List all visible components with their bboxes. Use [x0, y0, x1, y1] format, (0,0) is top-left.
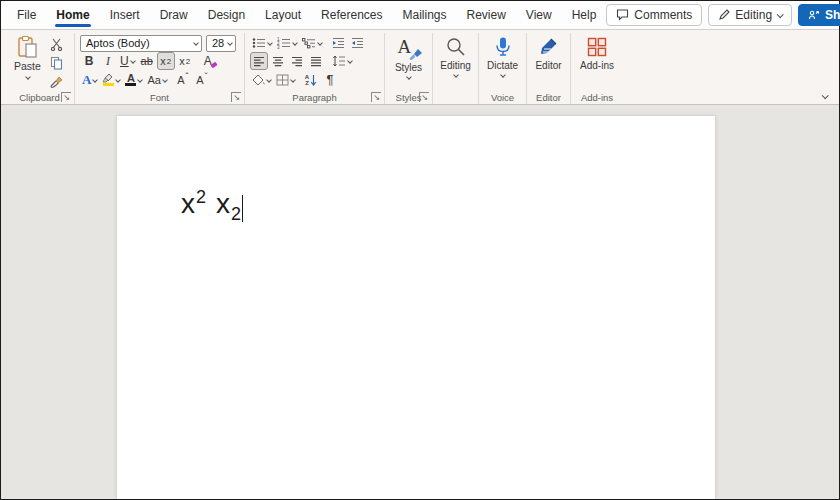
chevron-down-icon — [500, 72, 506, 78]
font-group-label: Font — [75, 92, 244, 103]
editing-button[interactable]: Editing — [438, 34, 473, 77]
align-center-button[interactable] — [269, 52, 287, 70]
comments-button[interactable]: Comments — [606, 4, 702, 26]
bold-button[interactable]: B — [80, 52, 98, 70]
chevron-down-icon — [821, 92, 828, 99]
font-color-glyph: A — [127, 73, 135, 83]
subscript-button[interactable]: x2 — [157, 52, 175, 70]
chevron-down-icon — [292, 40, 298, 46]
chevron-down-icon — [777, 11, 784, 18]
align-right-icon — [291, 56, 303, 67]
menu-references[interactable]: References — [311, 1, 392, 29]
font-group: Aptos (Body) 28 B I U ab x2 x2 A A — [75, 33, 245, 104]
underline-button[interactable]: U — [118, 52, 137, 70]
cut-button[interactable] — [48, 35, 66, 53]
bullets-button[interactable] — [250, 34, 274, 52]
superscript-button[interactable]: x2 — [176, 52, 194, 70]
document-text-line: x2 x2 — [181, 188, 243, 220]
addins-group: Add-ins Add-ins — [571, 33, 623, 104]
chevron-down-icon — [317, 40, 323, 46]
paste-chevron-icon — [25, 74, 31, 80]
menu-insert[interactable]: Insert — [100, 1, 150, 29]
menu-file[interactable]: File — [7, 1, 46, 29]
shading-button[interactable] — [250, 71, 273, 89]
menu-mailings[interactable]: Mailings — [392, 1, 456, 29]
line-spacing-button[interactable] — [330, 52, 354, 70]
editor-group-label: Editor — [527, 92, 570, 103]
align-right-button[interactable] — [288, 52, 306, 70]
change-case-button[interactable]: Aa — [145, 71, 168, 89]
multilevel-list-button[interactable] — [300, 34, 324, 52]
text-effects-glyph: A — [82, 72, 91, 88]
justify-button[interactable] — [307, 52, 325, 70]
font-name-combobox[interactable]: Aptos (Body) — [80, 35, 202, 52]
font-dialog-launcher-icon[interactable]: ↘ — [231, 92, 241, 102]
menu-review[interactable]: Review — [457, 1, 516, 29]
numbering-icon: 123 — [277, 37, 291, 49]
grow-font-button[interactable]: Aˆ — [174, 71, 192, 89]
menu-items: File Home Insert Draw Design Layout Refe… — [7, 1, 606, 29]
term2-base: x — [216, 188, 230, 220]
shrink-font-button[interactable]: Aˇ — [193, 71, 211, 89]
menu-layout[interactable]: Layout — [255, 1, 311, 29]
menu-design[interactable]: Design — [198, 1, 255, 29]
borders-grid-icon — [276, 74, 289, 86]
comments-icon — [616, 9, 629, 21]
italic-button[interactable]: I — [99, 52, 117, 70]
superscript-mark: 2 — [186, 57, 190, 66]
chevron-down-icon — [162, 77, 168, 83]
dictate-button[interactable]: Dictate — [484, 34, 521, 77]
voice-group-label: Voice — [479, 92, 526, 103]
dictate-label: Dictate — [487, 60, 518, 71]
sort-button[interactable]: A Z — [302, 71, 320, 89]
justify-icon — [310, 56, 322, 67]
magnifier-icon — [445, 36, 467, 58]
highlight-color-bar — [103, 83, 114, 86]
chevron-down-icon — [227, 40, 233, 46]
text-cursor — [242, 195, 243, 222]
clipboard-dialog-launcher-icon[interactable]: ↘ — [61, 92, 71, 102]
addins-button[interactable]: Add-ins — [576, 34, 618, 71]
text-highlight-button[interactable] — [100, 71, 122, 89]
pilcrow-button[interactable]: ¶ — [321, 71, 339, 89]
document-page[interactable]: x2 x2 — [116, 115, 716, 499]
paste-button[interactable]: Paste — [10, 34, 45, 91]
chevron-down-icon — [138, 77, 144, 83]
menu-view[interactable]: View — [516, 1, 562, 29]
microphone-icon — [492, 36, 514, 58]
menu-help[interactable]: Help — [562, 1, 607, 29]
ribbon-collapse-button[interactable] — [817, 90, 831, 102]
editing-mode-button[interactable]: Editing — [708, 4, 792, 26]
menu-home[interactable]: Home — [46, 1, 99, 29]
borders-button[interactable] — [274, 71, 297, 89]
styles-button[interactable]: A Styles — [390, 34, 427, 79]
increase-indent-icon — [351, 37, 364, 49]
styles-label: Styles — [395, 62, 422, 73]
copy-icon — [50, 56, 63, 70]
numbering-button[interactable]: 123 — [275, 34, 299, 52]
menu-draw[interactable]: Draw — [150, 1, 198, 29]
increase-indent-button[interactable] — [348, 34, 366, 52]
format-painter-button[interactable] — [48, 73, 66, 91]
decrease-indent-button[interactable] — [329, 34, 347, 52]
copy-button[interactable] — [48, 54, 66, 72]
addins-grid-icon — [586, 36, 608, 58]
sort-z: Z — [305, 80, 309, 86]
align-left-button[interactable] — [250, 52, 268, 70]
styles-brush-icon — [409, 48, 423, 61]
text-effects-button[interactable]: A — [80, 71, 99, 89]
editor-button[interactable]: Editor — [532, 34, 565, 71]
share-icon — [808, 9, 820, 21]
topbar-right: Comments Editing Share — [606, 4, 840, 26]
font-size-combobox[interactable]: 28 — [206, 35, 236, 52]
styles-dialog-launcher-icon[interactable]: ↘ — [419, 92, 429, 102]
chevron-down-icon — [290, 77, 296, 83]
share-button[interactable]: Share — [798, 4, 840, 26]
font-color-button[interactable]: A — [123, 71, 144, 89]
paragraph-dialog-launcher-icon[interactable]: ↘ — [371, 92, 381, 102]
clear-formatting-button[interactable]: A — [199, 52, 217, 70]
ribbon: Paste Clipboard ↘ — [1, 29, 839, 105]
strikethrough-button[interactable]: ab — [138, 52, 156, 70]
align-center-icon — [272, 56, 284, 67]
editor-label: Editor — [535, 60, 561, 71]
